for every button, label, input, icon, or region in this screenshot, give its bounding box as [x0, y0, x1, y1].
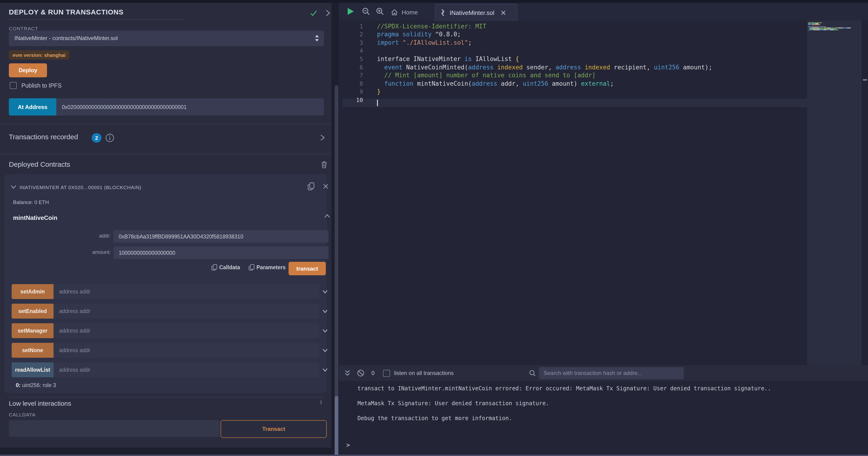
minimap-line-2	[808, 23, 811, 24]
setNone-button[interactable]: setNone	[12, 343, 54, 358]
line-number-10: 10	[339, 96, 363, 104]
at-address-button[interactable]: At Address	[9, 98, 56, 115]
tab-home[interactable]: Home	[391, 6, 418, 18]
home-icon	[391, 9, 398, 16]
setManager-button[interactable]: setManager	[12, 323, 54, 338]
zoom-in-icon[interactable]	[376, 7, 384, 16]
setManager-args-input[interactable]	[54, 323, 319, 338]
addr-input[interactable]: 0xB78cbAa319ffBD899951AA30D4320f58189383…	[114, 230, 329, 243]
minimap-line-8	[827, 29, 830, 30]
terminal-search-icon	[529, 370, 536, 376]
readAllowList-args-input[interactable]	[54, 362, 319, 377]
minimap-line-8	[820, 29, 823, 30]
code-line-8: function mintNativeCoin(address addr, ui…	[377, 80, 712, 88]
zoom-out-icon[interactable]	[362, 7, 370, 16]
transactions-info-icon[interactable]	[105, 133, 115, 143]
contract-select-value: INativeMinter - contracts/INativeMinter.…	[14, 35, 118, 41]
transact-button[interactable]: transact	[288, 262, 326, 275]
code-line-10	[377, 96, 712, 104]
low-level-calldata-input[interactable]	[9, 420, 220, 437]
pending-tx-count: 0	[371, 370, 374, 376]
field-label-addr: addr:	[64, 233, 111, 238]
setNone-expand-chevron-icon[interactable]	[319, 343, 331, 358]
minimap-line-8	[813, 29, 820, 30]
terminal-prompt[interactable]: >	[346, 441, 350, 449]
minimap-line-6	[809, 27, 811, 28]
at-address-row: At Address 0x020000000000000000000000000…	[9, 98, 324, 115]
terminal-toolbar: 0 listen on all transactions	[339, 365, 868, 381]
setEnabled-args-input[interactable]	[54, 304, 319, 319]
setEnabled-button[interactable]: setEnabled	[12, 304, 54, 319]
contract-select[interactable]: INativeMinter - contracts/INativeMinter.…	[9, 31, 324, 46]
terminal-search-input[interactable]	[539, 367, 684, 379]
code-line-7: // Mint [amount] number of native coins …	[377, 71, 712, 79]
minimap-line-6	[835, 27, 838, 28]
setAdmin-args-input[interactable]	[54, 284, 319, 299]
contract-collapse-chevron-icon[interactable]	[10, 184, 17, 190]
setAdmin-expand-chevron-icon[interactable]	[319, 284, 331, 299]
panel-scrollbar-thumb[interactable]	[335, 396, 338, 456]
publish-ipfs-checkbox[interactable]	[10, 82, 17, 89]
code-area[interactable]: 12345678910 //SPDX-License-Identifier: M…	[339, 21, 868, 365]
calldata-copy-label[interactable]: Calldata	[219, 264, 240, 270]
tab-home-label: Home	[402, 9, 418, 16]
close-tab-icon[interactable]	[501, 10, 506, 15]
minimap-line-3	[811, 25, 819, 25]
calldata-section-label: CALLDATA	[9, 412, 36, 417]
function-collapse-chevron-up-icon[interactable]	[324, 213, 331, 219]
code-line-2: pragma solidity ^0.8.0;	[377, 30, 712, 38]
minimap-line-6	[819, 27, 823, 28]
minimap-line-8	[834, 29, 838, 30]
panel-collapse-chevron-icon[interactable]	[324, 9, 331, 17]
minimap-line-6	[838, 27, 843, 28]
copy-parameters-icon[interactable]	[249, 264, 255, 271]
parameters-copy-label[interactable]: Parameters	[256, 264, 285, 270]
minimap-line-8	[830, 29, 834, 30]
amount-input[interactable]: 1000000000000000000	[114, 247, 329, 259]
terminal-expand-double-chevron-icon[interactable]	[344, 369, 351, 377]
setManager-expand-chevron-icon[interactable]	[319, 323, 331, 338]
remove-instance-close-icon[interactable]	[323, 183, 329, 189]
line-number-gutter: 12345678910	[339, 22, 363, 104]
low-level-title: Low level interactions	[9, 400, 71, 407]
deploy-button[interactable]: Deploy	[9, 63, 47, 77]
window-top-strip	[0, 0, 868, 3]
listen-transactions-checkbox[interactable]	[383, 370, 390, 377]
transactions-recorded-label: Transactions recorded	[9, 133, 78, 141]
minimap-line-8	[809, 29, 813, 30]
listen-transactions-label: listen on all transactions	[394, 370, 454, 376]
function-row-setEnabled: setEnabled	[12, 304, 331, 319]
line-number-3: 3	[339, 39, 363, 47]
low-level-info-icon[interactable]: i	[320, 398, 322, 406]
readAllowList-button[interactable]: readAllowList	[12, 362, 54, 377]
publish-ipfs-label: Publish to IPFS	[22, 82, 61, 89]
function-name-label: mintNativeCoin	[13, 214, 58, 221]
setNone-args-input[interactable]	[54, 343, 319, 358]
low-level-transact-button[interactable]: Transact	[221, 420, 327, 438]
readAllowList-expand-chevron-icon[interactable]	[319, 362, 331, 377]
code-line-9: }	[377, 88, 712, 96]
code-line-5: interface INativeMinter is IAllowList {	[377, 55, 712, 63]
terminal-log-2: MetaMask Tx Signature: User denied trans…	[358, 400, 771, 407]
contract-instance-title[interactable]: INATIVEMINTER AT 0X020...00001 (BLOCKCHA…	[20, 184, 141, 190]
at-address-input[interactable]: 0x02000000000000000000000000000000000000…	[56, 98, 324, 115]
transactions-expand-chevron-icon[interactable]	[319, 134, 325, 141]
setEnabled-expand-chevron-icon[interactable]	[319, 304, 331, 319]
contract-balance: Balance: 0 ETH	[13, 199, 49, 205]
overview-ruler[interactable]	[862, 21, 868, 365]
run-script-play-icon[interactable]	[347, 7, 354, 16]
copy-calldata-icon[interactable]	[211, 264, 217, 271]
minimap-line-6	[831, 27, 834, 28]
function-row-setNone: setNone	[12, 343, 331, 358]
clear-console-ban-icon[interactable]	[357, 369, 365, 377]
setAdmin-button[interactable]: setAdmin	[12, 284, 54, 299]
function-row-readAllowList: readAllowList	[12, 362, 331, 377]
minimap-line-3	[808, 25, 811, 25]
clear-contracts-trash-icon[interactable]	[321, 161, 328, 169]
select-updown-icon	[315, 34, 319, 42]
editor-tabbar: Home INativeMinter.sol	[339, 3, 868, 21]
field-label-amount: amount:	[64, 249, 111, 255]
minimap[interactable]	[807, 21, 862, 365]
copy-address-icon[interactable]	[307, 182, 315, 191]
tab-inativeminter[interactable]: INativeMinter.sol	[435, 4, 518, 21]
